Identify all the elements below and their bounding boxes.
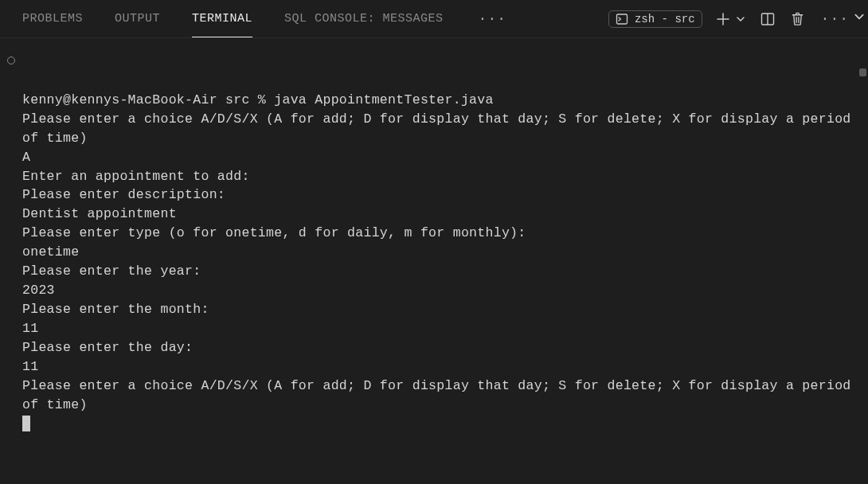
shell-label: zsh - src — [635, 13, 695, 25]
terminal-line: 2023 — [22, 283, 55, 298]
terminal-line: Dentist appointment — [22, 206, 177, 221]
svg-rect-0 — [616, 14, 627, 24]
tab-sql-console[interactable]: SQL CONSOLE: MESSAGES — [284, 1, 444, 37]
terminal-line: kenny@kennys-MacBook-Air src % java Appo… — [22, 92, 494, 107]
kill-terminal-button[interactable] — [788, 10, 807, 28]
terminal-line: Please enter the month: — [22, 302, 209, 317]
tab-actions: zsh - src · — [608, 10, 852, 29]
terminal-line: Enter an appointment to add: — [22, 169, 250, 184]
tab-problems[interactable]: PROBLEMS — [22, 1, 83, 37]
terminal-line: Please enter the day: — [22, 340, 193, 355]
scrollbar[interactable] — [858, 43, 866, 473]
terminal-line: Please enter a choice A/D/S/X (A for add… — [22, 378, 859, 412]
terminal-line: 11 — [22, 359, 38, 374]
new-terminal-button[interactable] — [714, 10, 733, 29]
more-actions-icon[interactable]: ··· — [818, 11, 852, 27]
terminal-line: Please enter type (o for onetime, d for … — [22, 225, 526, 240]
shell-picker[interactable]: zsh - src — [608, 10, 702, 28]
terminal-line: A — [22, 150, 30, 165]
gutter-decoration-icon — [7, 57, 15, 64]
new-terminal-group — [714, 10, 747, 29]
terminal-line: onetime — [22, 244, 79, 260]
split-terminal-button[interactable] — [758, 10, 777, 29]
terminal-line: 11 — [22, 321, 38, 336]
terminal-line: Please enter the year: — [22, 263, 201, 279]
terminal-line: Please enter a choice A/D/S/X (A for add… — [22, 111, 859, 146]
terminal-line: Please enter description: — [22, 187, 225, 202]
terminal-output[interactable]: kenny@kennys-MacBook-Air src % java Appo… — [0, 38, 868, 447]
new-terminal-dropdown-icon[interactable] — [734, 13, 747, 25]
terminal-cursor — [22, 416, 30, 431]
tabs-container: PROBLEMS OUTPUT TERMINAL SQL CONSOLE: ME… — [22, 1, 608, 37]
chevron-down-icon[interactable] — [854, 11, 865, 26]
scrollbar-thumb[interactable] — [859, 68, 866, 76]
tab-terminal[interactable]: TERMINAL — [192, 1, 252, 37]
tab-overflow-icon[interactable]: ··· — [475, 11, 510, 27]
terminal-icon — [616, 13, 628, 25]
tab-output[interactable]: OUTPUT — [115, 1, 160, 37]
panel-tab-bar: PROBLEMS OUTPUT TERMINAL SQL CONSOLE: ME… — [0, 0, 868, 38]
